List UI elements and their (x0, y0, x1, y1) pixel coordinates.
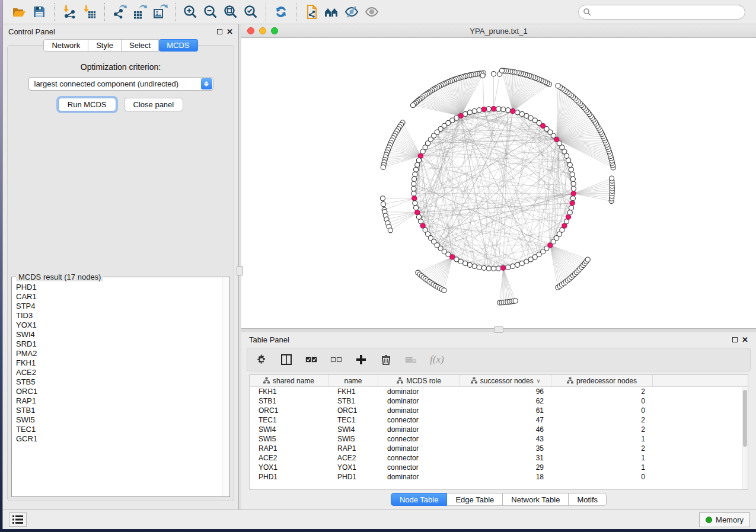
table-cell: ORC1 (250, 406, 328, 415)
table-row[interactable]: YOX1YOX1connector291 (250, 463, 748, 472)
table-cell: connector (378, 454, 460, 462)
mcds-result-item[interactable]: PMA2 (16, 349, 222, 358)
deselect-all-rows-icon[interactable] (330, 354, 342, 366)
table-scrollbar[interactable] (742, 387, 748, 489)
table-cell: 2 (551, 425, 653, 434)
table-cell: FKH1 (328, 387, 378, 396)
table-row[interactable]: SWI5SWI5connector431 (250, 434, 748, 444)
table-cell: 0 (551, 406, 653, 415)
table-row[interactable]: PHD1PHD1dominator180 (250, 472, 748, 482)
close-panel-icon[interactable]: ✕ (742, 336, 748, 344)
task-history-button[interactable] (9, 512, 27, 527)
hide-selected-icon[interactable] (342, 3, 362, 21)
import-network-icon[interactable] (59, 3, 79, 21)
delete-table-icon (405, 354, 417, 366)
column-header-successor-nodes[interactable]: successor nodes ∨ (460, 375, 551, 386)
mcds-result-item[interactable]: ORC1 (16, 387, 222, 396)
houses-icon[interactable] (321, 3, 342, 21)
table-row[interactable]: TEC1TEC1connector472 (250, 415, 748, 425)
column-header-mcds-role[interactable]: MCDS role (378, 375, 460, 386)
criterion-select[interactable]: largest connected component (undirected) (28, 77, 213, 91)
memory-button[interactable]: Memory (699, 512, 750, 527)
mcds-result-item[interactable]: PHD1 (16, 283, 222, 292)
search-input[interactable] (578, 5, 745, 20)
status-bar: Memory (3, 509, 756, 529)
table-row[interactable]: ORC1ORC1dominator610 (250, 406, 748, 415)
mcds-result-item[interactable]: STB5 (16, 377, 222, 387)
float-panel-icon[interactable] (732, 337, 738, 342)
float-panel-icon[interactable] (217, 29, 222, 34)
node-table-body: FKH1FKH1dominator962STB1STB1dominator620… (250, 387, 748, 482)
tab-network[interactable]: Network (43, 39, 88, 52)
import-table-icon[interactable] (79, 3, 100, 21)
table-cell: connector (378, 463, 460, 472)
show-all-icon[interactable] (362, 3, 382, 21)
save-session-icon[interactable] (29, 3, 49, 21)
node-table: shared name name MCDS role successor nod… (249, 374, 748, 490)
tab-edge-table[interactable]: Edge Table (447, 493, 503, 506)
tab-style[interactable]: Style (88, 39, 122, 52)
table-cell: SWI5 (250, 435, 328, 443)
table-row[interactable]: ACE2ACE2connector311 (250, 453, 748, 463)
tab-mcds[interactable]: MCDS (159, 39, 197, 52)
table-settings-gear-icon[interactable] (256, 354, 267, 366)
table-row[interactable]: RAP1RAP1dominator352 (250, 444, 748, 453)
new-network-from-selection-icon[interactable] (301, 3, 321, 21)
splitter-grip[interactable] (237, 266, 243, 275)
mcds-result-item[interactable]: CAR1 (16, 292, 222, 302)
show-columns-icon[interactable] (280, 354, 292, 366)
table-row[interactable]: STB1STB1dominator620 (250, 396, 748, 406)
zoom-in-icon[interactable] (180, 3, 200, 21)
apply-layout-icon[interactable] (271, 3, 291, 21)
tab-node-table[interactable]: Node Table (391, 493, 448, 506)
close-panel-icon[interactable]: ✕ (227, 28, 233, 36)
horizontal-splitter[interactable] (241, 328, 756, 332)
zoom-selected-icon[interactable] (241, 3, 261, 21)
mcds-result-item[interactable]: YOX1 (16, 321, 222, 330)
table-row[interactable]: SWI4SWI4dominator462 (250, 425, 748, 434)
task-list-icon (12, 515, 23, 524)
mcds-result-item[interactable]: FKH1 (16, 358, 222, 368)
vertical-splitter[interactable] (238, 24, 241, 509)
zoom-out-icon[interactable] (200, 3, 221, 21)
memory-status-icon (706, 517, 712, 523)
table-cell: dominator (378, 425, 460, 434)
mcds-result-item[interactable]: ACE2 (16, 368, 222, 377)
open-file-icon[interactable] (9, 3, 29, 21)
export-image-icon[interactable] (150, 3, 170, 21)
network-graph-canvas[interactable] (241, 38, 756, 328)
table-panel: Table Panel ✕ (241, 332, 756, 509)
mcds-result-item[interactable]: GCR1 (16, 434, 222, 444)
tab-motifs[interactable]: Motifs (569, 493, 607, 506)
mcds-result-item[interactable]: SWI4 (16, 330, 222, 339)
mcds-list-scrollbar[interactable] (222, 277, 229, 496)
mcds-result-item[interactable]: TEC1 (16, 425, 222, 434)
scrollbar-thumb[interactable] (743, 390, 747, 447)
run-mcds-button[interactable]: Run MCDS (58, 98, 116, 111)
mcds-result-fieldset: MCDS result (17 nodes) PHD1CAR1STP4TID3Y… (11, 277, 230, 497)
tab-network-table[interactable]: Network Table (503, 493, 569, 506)
mcds-result-item[interactable]: TID3 (16, 311, 222, 321)
close-panel-button[interactable]: Close panel (124, 98, 184, 111)
column-header-shared-name[interactable]: shared name (250, 375, 328, 386)
network-window-titlebar[interactable]: YPA_prune.txt_1 (241, 24, 756, 38)
table-row[interactable]: FKH1FKH1dominator962 (250, 387, 748, 396)
delete-column-icon[interactable] (380, 354, 392, 366)
mcds-result-item[interactable]: SWI5 (16, 415, 222, 425)
column-header-name[interactable]: name (328, 375, 378, 386)
table-cell: 18 (460, 473, 551, 481)
mcds-result-item[interactable]: SRD1 (16, 339, 222, 349)
zoom-fit-icon[interactable] (221, 3, 241, 21)
export-table-icon[interactable] (130, 3, 150, 21)
export-network-icon[interactable] (110, 3, 130, 21)
mcds-result-item[interactable]: RAP1 (16, 396, 222, 406)
mcds-result-item[interactable]: STB1 (16, 406, 222, 415)
create-column-icon[interactable] (355, 354, 367, 366)
table-cell: 29 (460, 463, 551, 472)
tab-select[interactable]: Select (122, 39, 159, 52)
mcds-result-item[interactable]: STP4 (16, 302, 222, 311)
splitter-grip[interactable] (494, 326, 503, 333)
column-header-predecessor-nodes[interactable]: predecessor nodes (551, 375, 653, 386)
select-all-rows-icon[interactable] (305, 354, 317, 366)
control-panel: Control Panel ✕ Network Style Select MCD… (3, 24, 238, 509)
